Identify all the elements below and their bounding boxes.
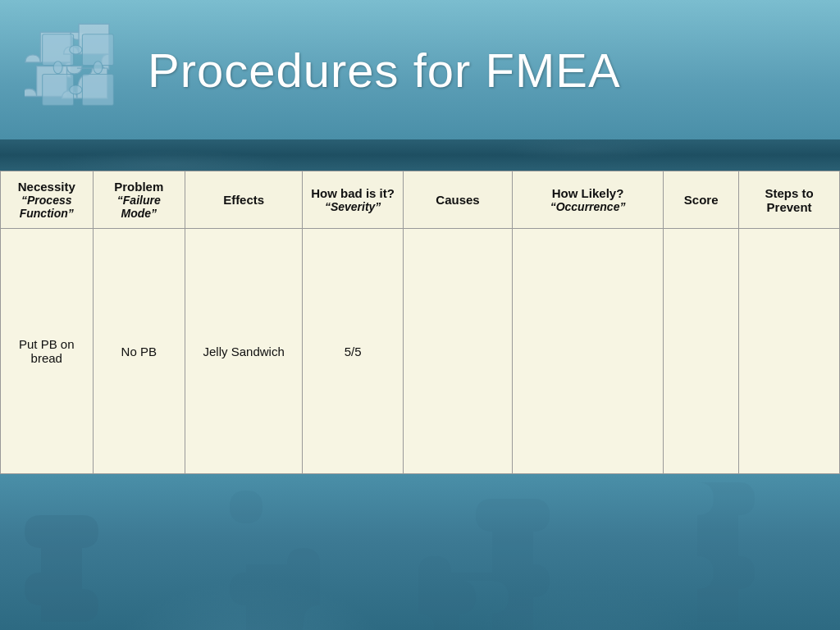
svg-point-5 [53,62,62,74]
table-container: Necessity “Process Function” Problem “Fa… [0,171,840,474]
slide-title: Procedures for FMEA [148,43,621,98]
th-score: Score [664,171,739,229]
separator-band [0,139,840,171]
cell-causes [404,229,513,474]
th-howlikely: How Likely? “Occurrence” [512,171,663,229]
th-steps: Steps to Prevent [739,171,840,229]
cell-steps [739,229,840,474]
cell-score [664,229,739,474]
table-row: Put PB on breadNo PBJelly Sandwich5/5 [1,229,840,474]
header: Procedures for FMEA [0,0,840,139]
svg-rect-2 [43,74,74,105]
svg-point-6 [94,62,103,74]
cell-effects: Jelly Sandwich [185,229,303,474]
svg-rect-1 [82,34,113,66]
cell-howlikely [512,229,663,474]
svg-rect-0 [43,34,74,66]
slide: Procedures for FMEA Necessity “Process F… [0,0,840,630]
svg-point-4 [70,45,82,54]
th-howbad: How bad is it? “Severity” [303,171,404,229]
svg-rect-3 [82,74,113,105]
cell-necessity: Put PB on bread [1,229,94,474]
cell-howbad: 5/5 [303,229,404,474]
svg-point-7 [70,85,82,94]
puzzle-icon [25,16,131,123]
th-effects: Effects [185,171,303,229]
bottom-decoration [0,474,840,630]
th-problem: Problem “Failure Mode” [93,171,185,229]
fmea-table: Necessity “Process Function” Problem “Fa… [0,171,840,474]
th-necessity: Necessity “Process Function” [1,171,94,229]
table-header-row: Necessity “Process Function” Problem “Fa… [1,171,840,229]
th-causes: Causes [404,171,513,229]
cell-problem: No PB [93,229,185,474]
